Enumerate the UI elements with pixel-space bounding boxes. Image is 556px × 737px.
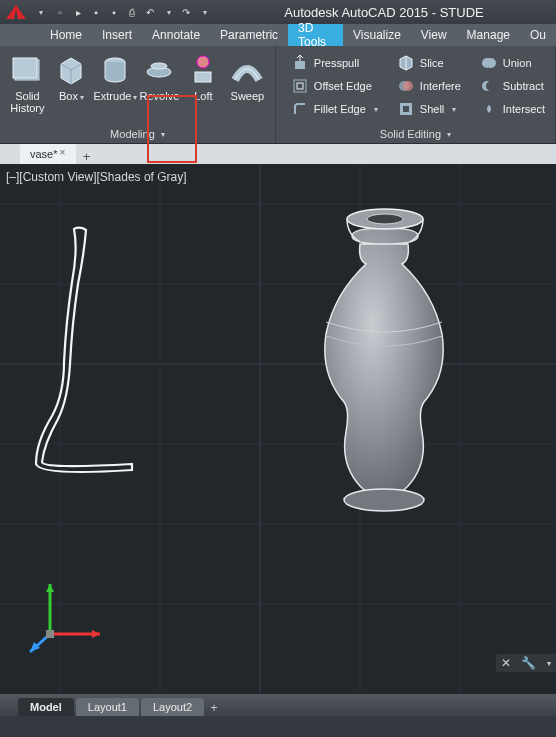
menu-home[interactable]: Home [40,24,92,46]
tray-dropdown-icon[interactable]: ▾ [547,659,551,668]
close-tab-icon[interactable]: × [60,147,72,159]
svg-point-17 [486,81,496,91]
extrude-icon [97,52,133,88]
saveas-icon[interactable]: ▪ [106,4,122,20]
svg-rect-1 [13,58,37,78]
svg-rect-9 [297,83,303,89]
add-tab-button[interactable]: + [78,148,96,164]
title-bar: ▫ ▸ ▪ ▪ ⎙ ↶ ↷ Autodesk AutoCAD 2015 - ST… [0,0,556,24]
document-tab-vase[interactable]: vase* × [20,144,76,164]
intersect-icon [481,101,497,117]
slice-icon [398,55,414,71]
extrude-label: Extrude [93,90,137,104]
box-label: Box [59,90,84,104]
presspull-button[interactable]: Presspull [286,52,384,74]
svg-point-31 [344,489,424,511]
menu-annotate[interactable]: Annotate [142,24,210,46]
box-button[interactable]: Box [50,50,92,106]
loft-button[interactable]: Loft [182,50,224,104]
solid-history-label: Solid History [10,90,44,114]
new-icon[interactable]: ▫ [52,4,68,20]
redo-dropdown[interactable] [196,4,212,20]
solid-history-button[interactable]: Solid History [6,50,48,116]
interfere-icon [398,78,414,94]
sweep-label: Sweep [231,90,265,102]
loft-label: Loft [194,90,212,102]
extrude-button[interactable]: Extrude [94,50,136,106]
offset-edge-button[interactable]: Offset Edge [286,75,384,97]
svg-rect-38 [46,630,54,638]
layout-tab-layout2[interactable]: Layout2 [141,698,204,716]
svg-marker-35 [46,584,54,592]
shell-icon [398,101,414,117]
menu-output[interactable]: Ou [520,24,556,46]
revolve-icon [141,52,177,88]
menu-parametric[interactable]: Parametric [210,24,288,46]
vase-solid[interactable] [325,209,443,511]
layout-tab-model[interactable]: Model [18,698,74,716]
loft-icon [185,52,221,88]
menu-view[interactable]: View [411,24,457,46]
pin-icon[interactable]: ✕ [501,656,511,670]
revolve-label: Revolve [140,90,180,102]
menu-manage[interactable]: Manage [457,24,520,46]
undo-icon[interactable]: ↶ [142,4,158,20]
shell-button[interactable]: Shell [392,98,467,120]
quick-access-toolbar: ▫ ▸ ▪ ▪ ⎙ ↶ ↷ [52,4,212,20]
svg-point-4 [151,63,167,69]
document-tab-strip: vase* × + [0,144,556,164]
svg-point-11 [403,81,413,91]
save-icon[interactable]: ▪ [88,4,104,20]
wrench-icon[interactable]: 🔧 [521,656,536,670]
slice-button[interactable]: Slice [392,52,467,74]
layout-tab-layout1[interactable]: Layout1 [76,698,139,716]
app-menu-dropdown[interactable] [32,4,48,20]
ribbon: Solid History Box Extrude Revolve Loft S… [0,46,556,144]
fillet-edge-button[interactable]: Fillet Edge [286,98,384,120]
revolve-button[interactable]: Revolve [138,50,180,104]
sweep-button[interactable]: Sweep [226,50,268,104]
svg-rect-6 [195,72,211,82]
fillet-edge-icon [292,101,308,117]
viewport-status-tray: ✕ 🔧 ▾ [496,654,556,672]
svg-point-5 [197,56,209,68]
solid-history-icon [9,52,45,88]
redo-icon[interactable]: ↷ [178,4,194,20]
ucs-icon[interactable] [20,574,110,664]
add-layout-button[interactable]: + [206,700,222,716]
ribbon-panel-solid-editing: Presspull Offset Edge Fillet Edge Slice … [276,46,556,143]
menu-insert[interactable]: Insert [92,24,142,46]
ribbon-panel-modeling: Solid History Box Extrude Revolve Loft S… [0,46,276,143]
subtract-button[interactable]: Subtract [475,75,551,97]
svg-rect-13 [403,106,409,112]
svg-point-15 [486,58,496,68]
box-icon [53,52,89,88]
open-icon[interactable]: ▸ [70,4,86,20]
sweep-icon [229,52,265,88]
svg-marker-33 [92,630,100,638]
undo-dropdown[interactable] [160,4,176,20]
subtract-icon [481,78,497,94]
menu-bar: Home Insert Annotate Parametric 3D Tools… [0,24,556,46]
document-tab-label: vase* [30,148,58,160]
menu-3d-tools[interactable]: 3D Tools [288,24,343,46]
viewport[interactable]: [–][Custom View][Shades of Gray] [0,164,556,694]
union-icon [481,55,497,71]
window-title: Autodesk AutoCAD 2015 - STUDE [216,5,552,20]
svg-rect-7 [295,61,305,69]
panel-title-modeling[interactable]: Modeling [110,125,165,143]
svg-point-30 [367,214,403,224]
svg-rect-8 [294,80,306,92]
presspull-icon [292,55,308,71]
union-button[interactable]: Union [475,52,551,74]
status-bar: Model Layout1 Layout2 + [0,694,556,716]
vase-profile-sketch[interactable] [36,228,132,472]
panel-title-solid-editing[interactable]: Solid Editing [380,125,451,143]
interfere-button[interactable]: Interfere [392,75,467,97]
menu-visualize[interactable]: Visualize [343,24,411,46]
plot-icon[interactable]: ⎙ [124,4,140,20]
intersect-button[interactable]: Intersect [475,98,551,120]
offset-edge-icon [292,78,308,94]
app-logo-icon[interactable] [4,3,28,21]
